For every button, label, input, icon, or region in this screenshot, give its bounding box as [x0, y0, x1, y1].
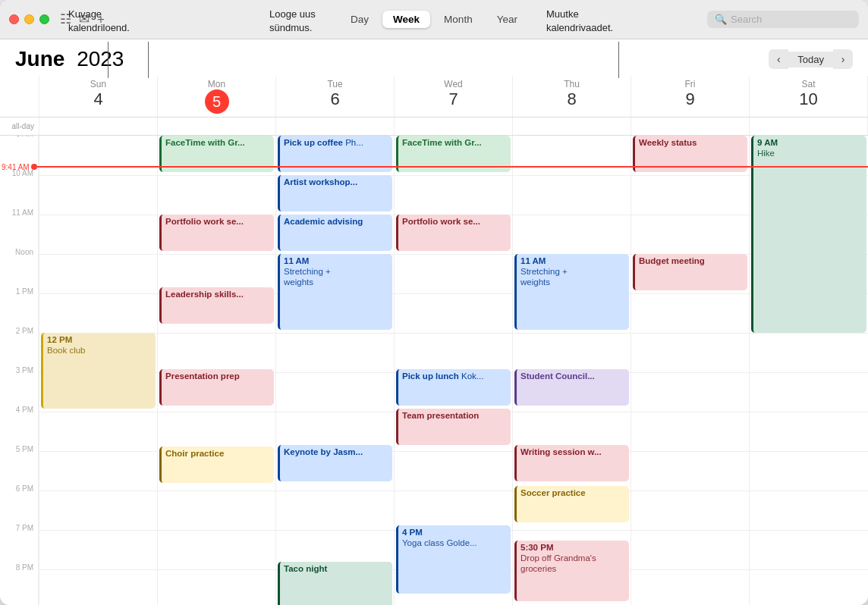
- header-spacer: [0, 76, 39, 117]
- col-sun: 12 PM Book club: [39, 136, 158, 605]
- time-grid[interactable]: 9 AM 10 AM 11 AM Noon 1 PM 2 P: [0, 136, 868, 605]
- toolbar-right: 🔍 Search: [707, 11, 859, 28]
- time-grid-inner: 9 AM 10 AM 11 AM Noon 1 PM 2 P: [0, 136, 868, 605]
- day-header-thu: Thu 8: [513, 76, 631, 117]
- minimize-button[interactable]: [24, 14, 34, 24]
- event-portfolio-mon[interactable]: Portfolio work se...: [159, 215, 274, 251]
- day-header-wed: Wed 7: [395, 76, 513, 117]
- day-header-sun: Sun 4: [39, 76, 158, 117]
- year-label: 2023: [77, 47, 124, 71]
- col-mon: FaceTime with Gr... Portfolio work se...…: [158, 136, 276, 605]
- day-headers: Sun 4 Mon 5 Tue 6 Wed 7 Thu 8 Fri 9: [0, 76, 868, 118]
- search-icon: 🔍: [715, 14, 727, 25]
- view-switcher: Day Week Month Year: [340, 11, 528, 28]
- event-stretching-tue[interactable]: 11 AM Stretching +weights: [278, 254, 392, 330]
- calendar-header: June 2023 ‹ Today ›: [0, 39, 868, 76]
- col-sat: 9 AM Hike: [750, 136, 868, 605]
- prev-button[interactable]: ‹: [769, 49, 788, 69]
- col-thu: 11 AM Stretching +weights Student Counci…: [513, 136, 631, 605]
- allday-mon: [158, 118, 276, 135]
- event-grandma-thu[interactable]: 5:30 PM Drop off Grandma'sgroceries: [514, 541, 629, 601]
- col-fri: Weekly status Budget meeting: [631, 136, 750, 605]
- event-yoga-wed[interactable]: 4 PM Yoga class Golde...: [396, 525, 511, 594]
- allday-fri: [631, 118, 750, 135]
- event-weekly-status-fri[interactable]: Weekly status: [633, 136, 747, 172]
- month-label: June: [15, 47, 64, 71]
- event-facetime-wed[interactable]: FaceTime with Gr...: [396, 136, 511, 172]
- day-header-fri: Fri 9: [631, 76, 750, 117]
- event-book-club[interactable]: 12 PM Book club: [41, 333, 156, 409]
- event-pickup-lunch-wed[interactable]: Pick up lunch Kok...: [396, 369, 511, 406]
- event-leadership-mon[interactable]: Leadership skills...: [159, 287, 274, 324]
- fullscreen-button[interactable]: [39, 14, 49, 24]
- calendar-grid: Sun 4 Mon 5 Tue 6 Wed 7 Thu 8 Fri 9: [0, 76, 868, 605]
- allday-wed: [395, 118, 513, 135]
- allday-thu: [513, 118, 631, 135]
- day-header-tue: Tue 6: [276, 76, 395, 117]
- allday-row: all-day: [0, 118, 868, 136]
- time-labels-col: 9 AM 10 AM 11 AM Noon 1 PM 2 P: [0, 136, 39, 605]
- titlebar: ☷ ✉ + Day Week Month Year 🔍 Search: [0, 0, 868, 39]
- nav-group: ‹ Today ›: [769, 49, 853, 69]
- event-taco-tue[interactable]: Taco night: [278, 562, 392, 605]
- event-writing-thu[interactable]: Writing session w...: [514, 445, 629, 481]
- view-week[interactable]: Week: [382, 11, 430, 28]
- today-button[interactable]: Today: [788, 52, 833, 67]
- allday-sat: [750, 118, 868, 135]
- close-button[interactable]: [9, 14, 19, 24]
- day-header-sat: Sat 10: [750, 76, 868, 117]
- col-wed: FaceTime with Gr... Portfolio work se...…: [395, 136, 513, 605]
- event-facetime-mon[interactable]: FaceTime with Gr...: [159, 136, 274, 172]
- search-box[interactable]: 🔍 Search: [707, 11, 859, 28]
- event-keynote-tue[interactable]: Keynote by Jasm...: [278, 445, 392, 481]
- traffic-lights: [9, 14, 49, 24]
- search-placeholder: Search: [731, 14, 762, 25]
- event-team-presentation-wed[interactable]: Team presentation: [396, 409, 511, 445]
- view-year[interactable]: Year: [486, 11, 528, 28]
- event-stretching-thu[interactable]: 11 AM Stretching +weights: [514, 254, 629, 330]
- event-budget-fri[interactable]: Budget meeting: [633, 254, 747, 290]
- day-header-mon: Mon 5: [158, 76, 276, 117]
- event-presentation-mon[interactable]: Presentation prep: [159, 369, 274, 406]
- allday-label: all-day: [0, 118, 39, 135]
- calendar-window: ☷ ✉ + Day Week Month Year 🔍 Search Kuvag…: [0, 0, 868, 605]
- event-soccer-thu[interactable]: Soccer practice: [514, 486, 629, 522]
- col-tue: Pick up coffee Ph... Artist workshop... …: [276, 136, 395, 605]
- toolbar-icons: ☷ ✉ +: [60, 11, 105, 27]
- event-choir-mon[interactable]: Choir practice: [159, 447, 274, 483]
- add-event-button[interactable]: +: [97, 12, 105, 27]
- allday-sun: [39, 118, 158, 135]
- event-council-thu[interactable]: Student Council...: [514, 369, 629, 406]
- view-month[interactable]: Month: [433, 11, 483, 28]
- next-button[interactable]: ›: [833, 49, 853, 69]
- event-portfolio-wed[interactable]: Portfolio work se...: [396, 215, 511, 251]
- event-advising-tue[interactable]: Academic advising: [278, 215, 392, 251]
- view-day[interactable]: Day: [340, 11, 379, 28]
- inbox-icon[interactable]: ✉: [79, 11, 90, 27]
- calendar-list-icon[interactable]: ☷: [60, 11, 71, 27]
- event-coffee-tue[interactable]: Pick up coffee Ph...: [278, 136, 392, 172]
- event-artist-tue[interactable]: Artist workshop...: [278, 175, 392, 212]
- event-hike-sat[interactable]: 9 AM Hike: [751, 136, 866, 333]
- allday-tue: [276, 118, 395, 135]
- month-title: June 2023: [15, 47, 124, 71]
